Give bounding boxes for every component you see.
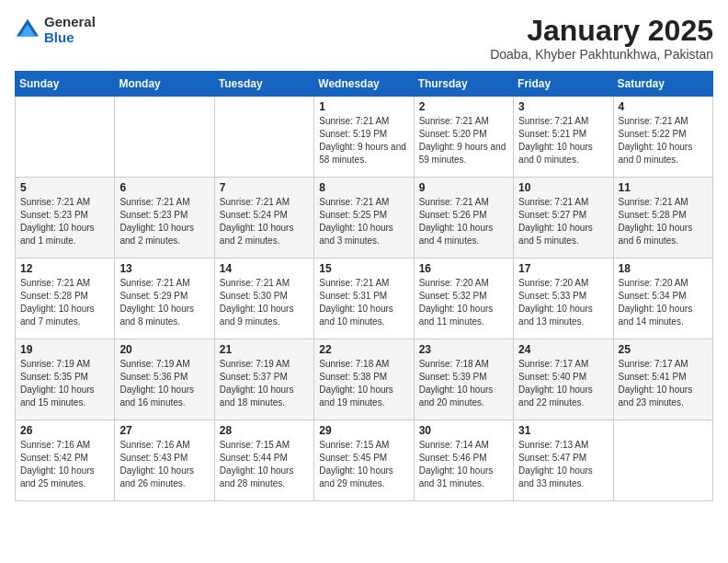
day-number: 27 [119, 424, 209, 437]
column-header-sunday: Sunday [16, 72, 115, 97]
calendar-cell: 26Sunrise: 7:16 AM Sunset: 5:42 PM Dayli… [16, 420, 115, 501]
week-row-1: 1Sunrise: 7:21 AM Sunset: 5:19 PM Daylig… [16, 97, 713, 178]
day-content: Sunrise: 7:19 AM Sunset: 5:35 PM Dayligh… [20, 358, 109, 409]
day-content: Sunrise: 7:21 AM Sunset: 5:31 PM Dayligh… [319, 277, 408, 328]
week-row-4: 19Sunrise: 7:19 AM Sunset: 5:35 PM Dayli… [16, 339, 713, 420]
logo-icon [15, 17, 40, 43]
day-content: Sunrise: 7:17 AM Sunset: 5:40 PM Dayligh… [518, 358, 608, 409]
calendar-cell: 13Sunrise: 7:21 AM Sunset: 5:29 PM Dayli… [115, 259, 214, 339]
calendar-cell: 27Sunrise: 7:16 AM Sunset: 5:43 PM Dayli… [115, 420, 214, 501]
day-number: 9 [419, 181, 508, 194]
day-content: Sunrise: 7:17 AM Sunset: 5:41 PM Dayligh… [619, 358, 708, 409]
day-number: 7 [220, 181, 309, 194]
day-content: Sunrise: 7:19 AM Sunset: 5:36 PM Dayligh… [119, 358, 209, 409]
calendar-cell: 1Sunrise: 7:21 AM Sunset: 5:19 PM Daylig… [314, 97, 414, 178]
calendar-cell: 6Sunrise: 7:21 AM Sunset: 5:23 PM Daylig… [115, 178, 214, 259]
day-number: 16 [419, 262, 508, 275]
page-header: General Blue January 2025 Doaba, Khyber … [15, 15, 713, 62]
logo-text: General Blue [44, 15, 96, 45]
day-content: Sunrise: 7:21 AM Sunset: 5:22 PM Dayligh… [619, 115, 708, 167]
column-header-monday: Monday [115, 72, 214, 97]
day-content: Sunrise: 7:18 AM Sunset: 5:38 PM Dayligh… [319, 358, 408, 409]
calendar-cell: 4Sunrise: 7:21 AM Sunset: 5:22 PM Daylig… [613, 97, 712, 178]
day-content: Sunrise: 7:19 AM Sunset: 5:37 PM Dayligh… [220, 358, 309, 409]
calendar-cell: 5Sunrise: 7:21 AM Sunset: 5:23 PM Daylig… [16, 178, 115, 259]
calendar-cell: 21Sunrise: 7:19 AM Sunset: 5:37 PM Dayli… [214, 339, 313, 420]
day-content: Sunrise: 7:14 AM Sunset: 5:46 PM Dayligh… [419, 439, 508, 490]
day-number: 8 [319, 181, 408, 194]
day-number: 31 [518, 424, 608, 437]
calendar-cell: 29Sunrise: 7:15 AM Sunset: 5:45 PM Dayli… [314, 420, 414, 501]
calendar-cell: 16Sunrise: 7:20 AM Sunset: 5:32 PM Dayli… [414, 259, 513, 339]
day-content: Sunrise: 7:20 AM Sunset: 5:34 PM Dayligh… [619, 277, 708, 328]
calendar-cell: 19Sunrise: 7:19 AM Sunset: 5:35 PM Dayli… [16, 339, 115, 420]
day-content: Sunrise: 7:21 AM Sunset: 5:28 PM Dayligh… [20, 277, 109, 328]
day-content: Sunrise: 7:21 AM Sunset: 5:30 PM Dayligh… [220, 277, 309, 328]
calendar-cell: 14Sunrise: 7:21 AM Sunset: 5:30 PM Dayli… [214, 259, 313, 339]
calendar-cell: 18Sunrise: 7:20 AM Sunset: 5:34 PM Dayli… [613, 259, 712, 339]
day-number: 18 [619, 262, 708, 275]
calendar-cell: 28Sunrise: 7:15 AM Sunset: 5:44 PM Dayli… [214, 420, 313, 501]
day-number: 23 [419, 343, 508, 356]
day-content: Sunrise: 7:15 AM Sunset: 5:45 PM Dayligh… [319, 439, 408, 490]
week-row-5: 26Sunrise: 7:16 AM Sunset: 5:42 PM Dayli… [16, 420, 713, 501]
day-number: 5 [20, 181, 109, 194]
calendar-cell: 8Sunrise: 7:21 AM Sunset: 5:25 PM Daylig… [314, 178, 414, 259]
day-content: Sunrise: 7:21 AM Sunset: 5:23 PM Dayligh… [119, 196, 209, 247]
day-number: 21 [220, 343, 309, 356]
month-title: January 2025 [490, 15, 713, 47]
day-content: Sunrise: 7:21 AM Sunset: 5:23 PM Dayligh… [20, 196, 109, 247]
calendar-cell: 30Sunrise: 7:14 AM Sunset: 5:46 PM Dayli… [414, 420, 513, 501]
calendar-cell: 3Sunrise: 7:21 AM Sunset: 5:21 PM Daylig… [514, 97, 613, 178]
calendar-cell [214, 97, 313, 178]
day-number: 1 [319, 100, 408, 113]
calendar-cell [613, 420, 712, 501]
day-content: Sunrise: 7:21 AM Sunset: 5:29 PM Dayligh… [119, 277, 209, 328]
day-number: 30 [419, 424, 508, 437]
day-number: 15 [319, 262, 408, 275]
calendar-cell [115, 97, 214, 178]
calendar-cell: 11Sunrise: 7:21 AM Sunset: 5:28 PM Dayli… [613, 178, 712, 259]
day-number: 14 [220, 262, 309, 275]
day-content: Sunrise: 7:21 AM Sunset: 5:28 PM Dayligh… [619, 196, 708, 247]
day-number: 24 [518, 343, 608, 356]
column-header-tuesday: Tuesday [214, 72, 313, 97]
day-content: Sunrise: 7:18 AM Sunset: 5:39 PM Dayligh… [419, 358, 508, 409]
calendar-table: SundayMondayTuesdayWednesdayThursdayFrid… [15, 71, 713, 501]
day-number: 29 [319, 424, 408, 437]
day-number: 12 [20, 262, 109, 275]
day-content: Sunrise: 7:21 AM Sunset: 5:21 PM Dayligh… [518, 115, 608, 167]
day-number: 22 [319, 343, 408, 356]
calendar-header-row: SundayMondayTuesdayWednesdayThursdayFrid… [16, 72, 713, 97]
calendar-cell: 22Sunrise: 7:18 AM Sunset: 5:38 PM Dayli… [314, 339, 414, 420]
calendar-cell: 25Sunrise: 7:17 AM Sunset: 5:41 PM Dayli… [613, 339, 712, 420]
calendar-cell: 2Sunrise: 7:21 AM Sunset: 5:20 PM Daylig… [414, 97, 513, 178]
calendar-cell [16, 97, 115, 178]
day-number: 19 [20, 343, 109, 356]
day-content: Sunrise: 7:15 AM Sunset: 5:44 PM Dayligh… [220, 439, 309, 490]
day-content: Sunrise: 7:16 AM Sunset: 5:43 PM Dayligh… [119, 439, 209, 490]
location-subtitle: Doaba, Khyber Pakhtunkhwa, Pakistan [490, 47, 713, 62]
day-content: Sunrise: 7:20 AM Sunset: 5:33 PM Dayligh… [518, 277, 608, 328]
day-number: 11 [619, 181, 708, 194]
calendar-cell: 23Sunrise: 7:18 AM Sunset: 5:39 PM Dayli… [414, 339, 513, 420]
column-header-friday: Friday [514, 72, 613, 97]
calendar-cell: 10Sunrise: 7:21 AM Sunset: 5:27 PM Dayli… [514, 178, 613, 259]
calendar-cell: 12Sunrise: 7:21 AM Sunset: 5:28 PM Dayli… [16, 259, 115, 339]
column-header-thursday: Thursday [414, 72, 513, 97]
calendar-cell: 20Sunrise: 7:19 AM Sunset: 5:36 PM Dayli… [115, 339, 214, 420]
day-number: 6 [119, 181, 209, 194]
day-content: Sunrise: 7:21 AM Sunset: 5:26 PM Dayligh… [419, 196, 508, 247]
day-number: 25 [619, 343, 708, 356]
day-content: Sunrise: 7:13 AM Sunset: 5:47 PM Dayligh… [518, 439, 608, 490]
logo-blue-text: Blue [44, 30, 96, 46]
week-row-3: 12Sunrise: 7:21 AM Sunset: 5:28 PM Dayli… [16, 259, 713, 339]
day-number: 2 [419, 100, 508, 113]
calendar-cell: 24Sunrise: 7:17 AM Sunset: 5:40 PM Dayli… [514, 339, 613, 420]
logo: General Blue [15, 15, 96, 45]
day-content: Sunrise: 7:21 AM Sunset: 5:19 PM Dayligh… [319, 115, 408, 167]
calendar-cell: 9Sunrise: 7:21 AM Sunset: 5:26 PM Daylig… [414, 178, 513, 259]
day-number: 13 [119, 262, 209, 275]
calendar-cell: 17Sunrise: 7:20 AM Sunset: 5:33 PM Dayli… [514, 259, 613, 339]
calendar-cell: 31Sunrise: 7:13 AM Sunset: 5:47 PM Dayli… [514, 420, 613, 501]
